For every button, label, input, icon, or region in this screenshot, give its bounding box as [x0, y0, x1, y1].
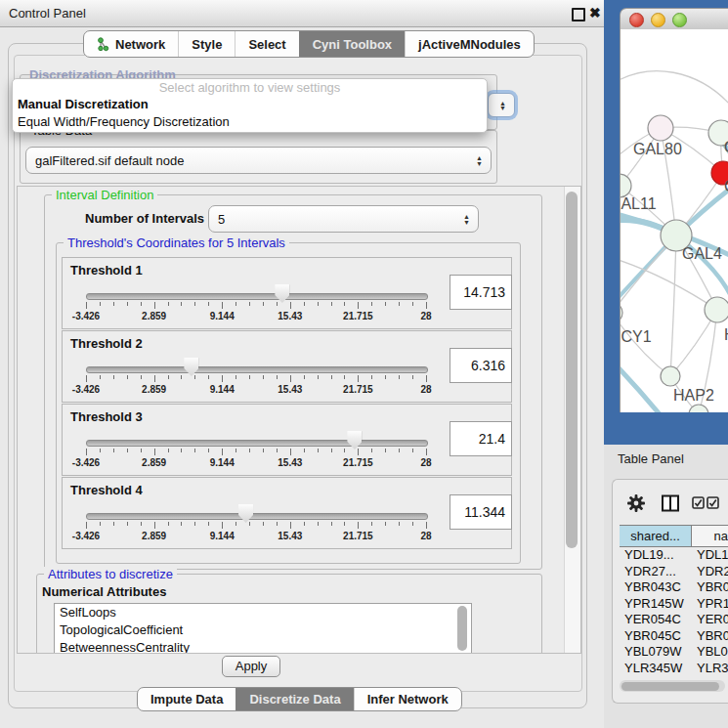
- tab-discretize-data[interactable]: Discretize Data: [236, 688, 353, 710]
- threshold-slider-thumb[interactable]: [238, 504, 253, 523]
- tab-infer-network[interactable]: Infer Network: [354, 688, 461, 710]
- zoom-window-icon[interactable]: [672, 13, 687, 27]
- tick-mark: [249, 375, 250, 379]
- tab-impute-data[interactable]: Impute Data: [138, 688, 236, 710]
- attribute-item-betweennesscentrality[interactable]: BetweennessCentrality: [55, 639, 471, 654]
- tab-label: Network: [115, 37, 165, 52]
- threshold-slider-track[interactable]: [86, 366, 428, 373]
- tick-mark: [304, 302, 305, 306]
- threshold-slider-track[interactable]: [86, 513, 428, 520]
- threshold-slider-thumb[interactable]: [275, 284, 289, 303]
- gear-icon[interactable]: [626, 493, 646, 516]
- close-icon[interactable]: ✖: [589, 5, 601, 21]
- scale-label: 28: [420, 531, 431, 541]
- tick-mark: [208, 375, 209, 379]
- table-row[interactable]: YPR145WYPR1: [620, 596, 728, 613]
- attributes-group-title: Attributes to discretize: [44, 567, 177, 581]
- network-node-gcy1[interactable]: [621, 302, 622, 323]
- network-node-gal80[interactable]: [648, 115, 673, 141]
- tab-select[interactable]: Select: [235, 31, 298, 57]
- tick-mark: [208, 449, 209, 452]
- tick-mark: [277, 302, 278, 306]
- table-row[interactable]: YLR345WYLR3: [620, 661, 728, 677]
- table-row[interactable]: YDL19...YDL1: [620, 547, 728, 564]
- table-row[interactable]: YIL052CYIL0: [620, 676, 728, 678]
- threshold-slider-track[interactable]: [86, 293, 428, 300]
- threshold-value-field[interactable]: 6.316: [450, 348, 512, 383]
- threshold-slider-thumb[interactable]: [347, 431, 362, 450]
- cell-name: YIL0: [697, 676, 728, 678]
- table-column-header-shared[interactable]: shared...: [620, 525, 692, 547]
- tick-mark: [331, 522, 332, 526]
- minimize-window-icon[interactable]: [651, 13, 665, 27]
- checkbox-icon[interactable]: [692, 496, 705, 512]
- algorithm-combo-end[interactable]: ▲▼: [488, 93, 515, 117]
- attributes-list-scrollbar-thumb[interactable]: [457, 606, 467, 651]
- number-of-intervals-combo[interactable]: 5 ▲▼: [208, 205, 479, 233]
- cell-name: YLR3: [697, 661, 728, 677]
- tick-mark: [290, 302, 291, 309]
- apply-button[interactable]: Apply: [222, 656, 280, 677]
- threshold-panel-1: Threshold 1-3.4262.8599.14415.4321.71528…: [62, 257, 512, 329]
- tick-mark: [399, 375, 400, 379]
- network-node-label: GAL80: [633, 141, 682, 157]
- table-hscrollbar-thumb[interactable]: [621, 682, 719, 691]
- scale-label: 21.715: [343, 384, 373, 395]
- settings-scrollbar-thumb[interactable]: [566, 192, 578, 548]
- attribute-item-selfloops[interactable]: SelfLoops: [55, 604, 471, 621]
- tab-label: Infer Network: [367, 692, 449, 707]
- checkbox-icon[interactable]: [707, 496, 719, 512]
- threshold-slider-track[interactable]: [86, 440, 428, 447]
- tick-mark: [236, 522, 236, 526]
- tick-mark: [385, 302, 386, 306]
- spinner-arrows-icon: ▲▼: [499, 100, 506, 110]
- tab-jactivemnodules[interactable]: jActiveMNodules: [405, 31, 534, 57]
- threshold-value-field[interactable]: 14.713: [450, 275, 512, 310]
- threshold-value-field[interactable]: 11.344: [450, 494, 512, 530]
- float-window-icon[interactable]: [572, 8, 585, 21]
- table-row[interactable]: YDR27...YDR2: [620, 564, 728, 580]
- tick-mark: [236, 375, 236, 379]
- tick-mark: [344, 449, 345, 452]
- tick-mark: [426, 522, 427, 529]
- table-rows: YDL19...YDL1YDR27...YDR2YBR043CYBR0YPR14…: [620, 547, 728, 678]
- network-view-canvas[interactable]: GAL80GACGAL11GAL4GCY1HHAP2: [620, 29, 728, 412]
- tick-mark: [86, 522, 87, 529]
- tab-cyni-toolbox[interactable]: Cyni Toolbox: [299, 31, 405, 57]
- table-row[interactable]: YBR043CYBR0: [620, 579, 728, 596]
- algorithm-option-equal-width-frequency-discretization[interactable]: Equal Width/Frequency Discretization: [13, 113, 487, 131]
- scale-label: -3.426: [72, 384, 100, 395]
- tick-mark: [385, 449, 386, 452]
- network-node-h[interactable]: [705, 297, 728, 322]
- table-data-combo-value: galFiltered.sif default node: [35, 153, 184, 168]
- table-row[interactable]: YBR045CYBR0: [620, 628, 728, 645]
- tick-mark: [304, 522, 305, 526]
- tick-mark: [141, 522, 142, 526]
- table-row[interactable]: YER054CYER0: [620, 612, 728, 628]
- attribute-item-topologicalcoefficient[interactable]: TopologicalCoefficient: [55, 621, 471, 639]
- table-row[interactable]: YBL079WYBL0: [620, 644, 728, 661]
- tick-mark: [290, 449, 291, 455]
- scale-label: 2.859: [142, 384, 166, 395]
- network-node-hap2[interactable]: [661, 366, 680, 386]
- tick-mark: [86, 375, 87, 382]
- algorithm-option-manual-discretization[interactable]: Manual Discretization: [13, 96, 487, 113]
- tick-mark: [371, 522, 372, 526]
- table-column-header-name[interactable]: na: [692, 525, 728, 547]
- tick-mark: [358, 302, 359, 309]
- tab-style[interactable]: Style: [178, 31, 235, 57]
- threshold-value-field[interactable]: 21.4: [450, 421, 512, 456]
- table-panel-title: Table Panel: [618, 451, 684, 466]
- scale-label: -3.426: [72, 531, 100, 541]
- tick-mark: [426, 375, 427, 382]
- threshold-label: Threshold 4: [70, 483, 143, 497]
- split-columns-icon[interactable]: [661, 493, 681, 516]
- tick-mark: [399, 302, 400, 306]
- network-nodes: GAL80GACGAL11GAL4GCY1HHAP2: [621, 115, 728, 412]
- table-data-combo[interactable]: galFiltered.sif default node ▲▼: [25, 147, 492, 174]
- tick-mark: [318, 302, 319, 306]
- threshold-slider-thumb[interactable]: [184, 358, 198, 376]
- cell-shared-name: YBR043C: [620, 579, 697, 596]
- tab-network[interactable]: Network: [84, 31, 178, 57]
- close-window-icon[interactable]: [629, 13, 644, 27]
